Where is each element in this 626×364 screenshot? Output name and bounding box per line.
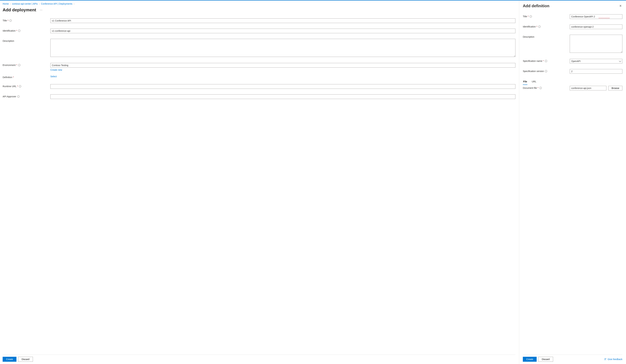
identification-label: Identification * i <box>3 29 50 32</box>
browse-button[interactable]: Browse <box>608 86 622 90</box>
close-icon[interactable]: ✕ <box>619 3 622 8</box>
runtime-url-label: Runtime URL * i <box>3 84 50 88</box>
api-approver-input[interactable] <box>50 94 515 99</box>
required-asterisk: * <box>13 76 14 79</box>
info-icon[interactable]: i <box>538 26 541 28</box>
required-asterisk: * <box>16 64 17 66</box>
definition-label: Definition * <box>3 75 50 79</box>
document-file-input[interactable] <box>570 86 606 90</box>
breadcrumb-home[interactable]: Home <box>3 2 9 5</box>
tab-file[interactable]: File <box>523 79 527 85</box>
spec-name-select[interactable]: OpenAPI <box>570 59 622 64</box>
panel-description-textarea[interactable] <box>570 35 622 53</box>
panel-title-label: Title * i <box>523 14 570 18</box>
chevron-right-icon: › <box>39 3 40 5</box>
more-actions-button[interactable]: ⋯ <box>39 8 43 12</box>
environment-label: Environment * i <box>3 63 50 66</box>
panel-title: Add definition <box>523 4 549 8</box>
info-icon[interactable]: i <box>540 87 542 89</box>
chevron-down-icon <box>619 60 621 62</box>
required-asterisk: * <box>7 19 8 22</box>
panel-create-button[interactable]: Create <box>523 357 537 362</box>
panel-discard-button[interactable]: Discard <box>538 357 553 362</box>
discard-button[interactable]: Discard <box>18 357 33 362</box>
spec-version-input[interactable] <box>570 69 622 74</box>
breadcrumb-deployments[interactable]: Conference API | Deployments <box>41 2 72 5</box>
panel-title-input[interactable] <box>570 14 622 19</box>
file-source-tabs: File URL <box>523 79 622 85</box>
panel-identification-label: Identification * i <box>523 25 570 28</box>
required-asterisk: * <box>17 85 18 88</box>
api-approver-label: API Approver i <box>3 94 50 98</box>
breadcrumb: Home › contoso-api-center | APIs › Confe… <box>3 2 515 5</box>
chevron-right-icon: › <box>10 3 11 5</box>
required-asterisk: * <box>16 30 17 32</box>
required-asterisk: * <box>537 25 537 28</box>
chevron-right-icon: › <box>74 3 74 5</box>
info-icon[interactable]: i <box>9 19 12 22</box>
svg-point-0 <box>605 358 605 359</box>
title-input[interactable] <box>50 18 515 23</box>
spec-name-value: OpenAPI <box>571 60 581 63</box>
required-asterisk: * <box>528 15 529 18</box>
environment-input[interactable] <box>50 63 515 67</box>
breadcrumb-api-center[interactable]: contoso-api-center | APIs <box>12 2 38 5</box>
give-feedback-link[interactable]: Give feedback <box>604 358 623 361</box>
page-title: Add deployment <box>3 7 36 12</box>
required-asterisk: * <box>538 87 539 89</box>
info-icon[interactable]: i <box>18 30 20 32</box>
description-label: Description <box>3 39 50 42</box>
document-file-label: Document file * i <box>523 86 570 89</box>
required-asterisk: * <box>543 60 544 62</box>
identification-input[interactable] <box>50 29 515 33</box>
panel-description-label: Description <box>523 35 570 38</box>
create-button[interactable]: Create <box>3 357 16 362</box>
info-icon[interactable]: i <box>18 64 20 66</box>
info-icon[interactable]: i <box>545 70 547 72</box>
info-icon[interactable]: i <box>530 15 532 18</box>
info-icon[interactable]: i <box>17 95 20 98</box>
select-definition-link[interactable]: Select <box>50 75 57 78</box>
title-label: Title * i <box>3 18 50 22</box>
spec-name-label: Specification name * i <box>523 59 570 62</box>
runtime-url-input[interactable] <box>50 84 515 89</box>
tab-url[interactable]: URL <box>531 79 537 85</box>
panel-identification-input[interactable] <box>570 25 622 29</box>
spec-version-label: Specification version i <box>523 69 570 72</box>
info-icon[interactable]: i <box>19 85 21 88</box>
create-new-environment-link[interactable]: Create new <box>50 68 62 71</box>
description-textarea[interactable] <box>50 39 515 57</box>
feedback-icon <box>604 358 607 361</box>
info-icon[interactable]: i <box>545 60 547 62</box>
